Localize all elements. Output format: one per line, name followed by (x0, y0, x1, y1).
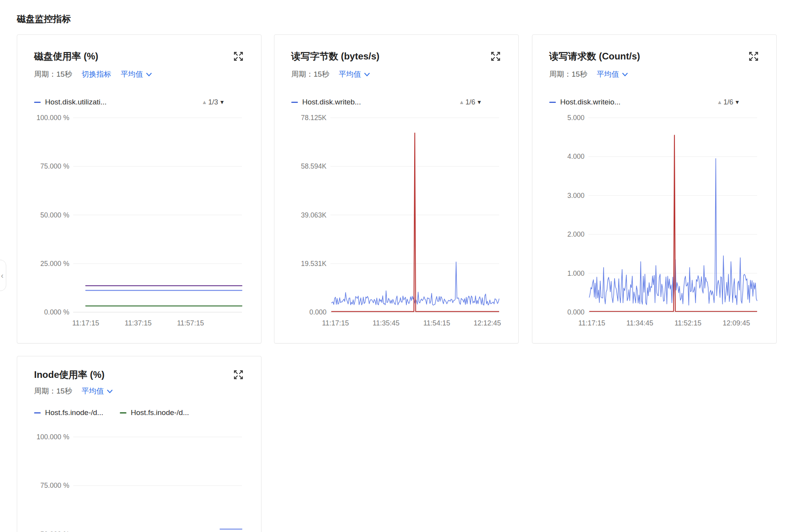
expand-icon (490, 50, 501, 62)
expand-icon (233, 50, 244, 62)
legend-item[interactable]: Host.disk.utilizati... (34, 98, 106, 106)
svg-text:50.000 %: 50.000 % (40, 211, 69, 219)
expand-button[interactable] (233, 50, 244, 62)
card-subheader: 周期：15秒 平均值 (549, 69, 759, 79)
aggregation-label: 平均值 (597, 69, 619, 79)
card-title: 读写字节数 (bytes/s) (291, 50, 379, 63)
expand-button[interactable] (233, 369, 244, 381)
svg-text:12:12:45: 12:12:45 (474, 319, 501, 327)
card-subheader: 周期：15秒 平均值 (291, 69, 501, 79)
svg-text:12:09:45: 12:09:45 (723, 319, 750, 327)
svg-text:11:37:15: 11:37:15 (125, 319, 152, 327)
svg-text:25.000 %: 25.000 % (40, 260, 69, 268)
period-label: 周期：15秒 (34, 69, 72, 79)
legend-dash-icon (34, 412, 41, 413)
pager-down-icon[interactable]: ▼ (476, 99, 482, 105)
switch-metric-link[interactable]: 切换指标 (81, 69, 111, 79)
card-disk-utilization: 磁盘使用率 (%) 周期：15秒 切换指标 平均值 Host.disk.util… (17, 34, 262, 343)
expand-icon (233, 369, 244, 381)
chevron-down-icon (146, 72, 152, 77)
pager-up-icon[interactable]: ▲ (717, 99, 722, 105)
aggregation-select[interactable]: 平均值 (121, 69, 152, 79)
legend-label: Host.disk.writeio... (560, 98, 620, 106)
svg-text:75.000 %: 75.000 % (40, 482, 69, 489)
expand-button[interactable] (748, 50, 759, 62)
svg-text:5.000: 5.000 (567, 114, 584, 122)
expand-button[interactable] (490, 50, 501, 62)
period-label: 周期：15秒 (291, 69, 329, 79)
legend-pager: ▲ 1/6 ▼ (717, 98, 740, 106)
aggregation-select[interactable]: 平均值 (339, 69, 370, 79)
svg-text:11:35:45: 11:35:45 (373, 319, 400, 327)
legend-label: Host.fs.inode-/d... (45, 408, 103, 417)
card-header: 读写请求数 (Count/s) (549, 50, 759, 63)
pager-count: 1/6 (465, 98, 475, 106)
period-label: 周期：15秒 (549, 69, 587, 79)
card-subheader: 周期：15秒 切换指标 平均值 (34, 69, 244, 79)
svg-text:4.000: 4.000 (567, 153, 584, 160)
svg-text:2.000: 2.000 (567, 230, 584, 238)
svg-text:11:17:15: 11:17:15 (322, 319, 349, 327)
svg-text:100.000 %: 100.000 % (36, 433, 69, 441)
svg-text:19.531K: 19.531K (301, 260, 327, 268)
expand-icon (748, 50, 759, 62)
card-header: Inode使用率 (%) (34, 368, 244, 381)
legend-item[interactable]: Host.fs.inode-/d... (34, 408, 103, 417)
svg-text:39.063K: 39.063K (301, 211, 327, 219)
legend-row: Host.disk.writeb... ▲ 1/6 ▼ (291, 97, 501, 108)
disk-utilization-chart[interactable]: 0.000 %25.000 %50.000 %75.000 %100.000 %… (34, 111, 245, 334)
aggregation-select[interactable]: 平均值 (81, 386, 113, 396)
aggregation-label: 平均值 (81, 386, 104, 396)
pager-up-icon[interactable]: ▲ (202, 99, 207, 105)
svg-text:78.125K: 78.125K (301, 114, 327, 122)
svg-text:0.000: 0.000 (567, 308, 584, 316)
chevron-down-icon (622, 72, 628, 77)
legend-item[interactable]: Host.disk.writeio... (549, 98, 620, 106)
pager-down-icon[interactable]: ▼ (734, 99, 740, 105)
svg-text:11:17:15: 11:17:15 (578, 319, 605, 327)
aggregation-select[interactable]: 平均值 (597, 69, 628, 79)
card-title: 磁盘使用率 (%) (34, 50, 98, 63)
legend-pager: ▲ 1/3 ▼ (202, 98, 225, 106)
card-title: 读写请求数 (Count/s) (549, 50, 640, 63)
svg-text:75.000 %: 75.000 % (40, 162, 69, 170)
aggregation-label: 平均值 (121, 69, 143, 79)
svg-text:11:57:15: 11:57:15 (177, 319, 204, 327)
svg-text:11:17:15: 11:17:15 (72, 319, 99, 327)
legend-label: Host.disk.writeb... (302, 98, 361, 106)
legend-item[interactable]: Host.disk.writeb... (291, 98, 361, 106)
svg-text:11:54:15: 11:54:15 (423, 319, 450, 327)
svg-text:0.000: 0.000 (309, 308, 326, 316)
rw-bytes-chart[interactable]: 0.00019.531K39.063K58.594K78.125K11:17:1… (291, 111, 502, 334)
svg-text:11:52:15: 11:52:15 (675, 319, 702, 327)
svg-text:0.000 %: 0.000 % (44, 308, 69, 316)
legend-pager: ▲ 1/6 ▼ (459, 98, 482, 106)
pager-up-icon[interactable]: ▲ (459, 99, 464, 105)
pager-down-icon[interactable]: ▼ (219, 99, 225, 105)
legend-dash-icon (291, 102, 298, 103)
legend-row: Host.disk.writeio... ▲ 1/6 ▼ (549, 97, 759, 108)
legend-label: Host.fs.inode-/d... (131, 408, 189, 417)
card-title: Inode使用率 (%) (34, 368, 105, 381)
pager-count: 1/6 (723, 98, 733, 106)
chevron-down-icon (364, 72, 370, 77)
legend-label: Host.disk.utilizati... (45, 98, 106, 106)
inode-utilization-chart[interactable]: 0.000 %25.000 %50.000 %75.000 %100.000 % (34, 430, 245, 532)
svg-text:50.000 %: 50.000 % (40, 530, 69, 532)
svg-text:1.000: 1.000 (567, 270, 584, 277)
svg-text:3.000: 3.000 (567, 192, 584, 200)
pager-count: 1/3 (208, 98, 218, 106)
card-rw-requests: 读写请求数 (Count/s) 周期：15秒 平均值 Host.disk.wri… (532, 34, 777, 343)
legend-dash-icon (120, 412, 126, 413)
panel-collapse-handle[interactable]: ‹ (0, 260, 6, 291)
chevron-down-icon (106, 389, 113, 394)
rw-requests-chart[interactable]: 0.0001.0002.0003.0004.0005.00011:17:1511… (549, 111, 760, 334)
card-subheader: 周期：15秒 平均值 (34, 386, 244, 396)
svg-text:100.000 %: 100.000 % (36, 114, 69, 122)
legend-row: Host.fs.inode-/d... Host.fs.inode-/d... (34, 407, 244, 418)
legend-dash-icon (549, 102, 556, 103)
legend-item[interactable]: Host.fs.inode-/d... (120, 408, 189, 417)
chevron-left-icon: ‹ (1, 271, 4, 280)
aggregation-label: 平均值 (339, 69, 361, 79)
svg-text:58.594K: 58.594K (301, 162, 327, 170)
